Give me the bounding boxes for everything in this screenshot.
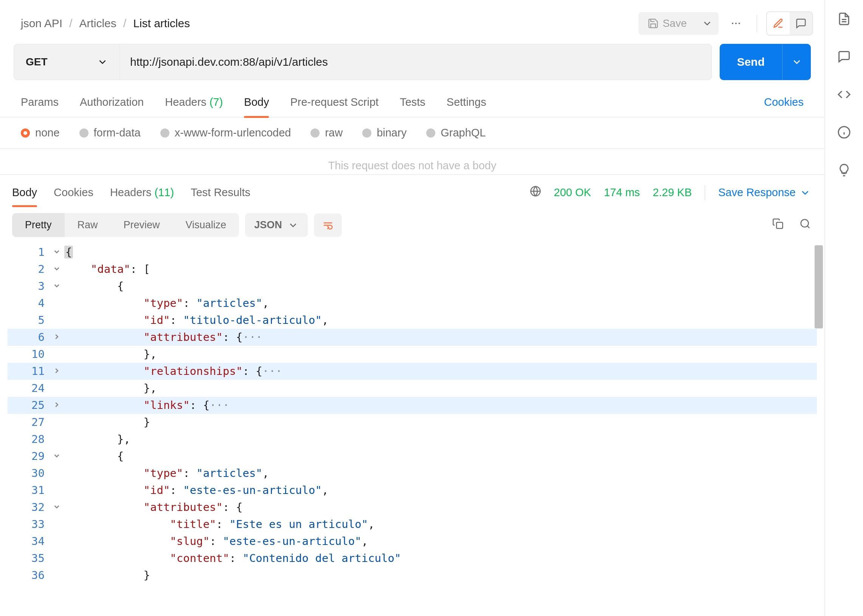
code-line[interactable]: 11 "relationships": {··· xyxy=(8,363,817,380)
url-input[interactable] xyxy=(120,55,711,68)
bodytype-urlencoded[interactable]: x-www-form-urlencoded xyxy=(161,127,291,139)
resp-tab-headers[interactable]: Headers (11) xyxy=(110,182,174,203)
tab-settings[interactable]: Settings xyxy=(447,90,486,117)
view-preview[interactable]: Preview xyxy=(111,213,173,237)
cookies-link[interactable]: Cookies xyxy=(764,90,804,117)
code-content: "attributes": { xyxy=(64,499,243,516)
comments-icon[interactable] xyxy=(836,49,852,64)
code-content: "type": "articles", xyxy=(64,465,269,482)
code-line[interactable]: 1{ xyxy=(8,244,817,261)
method-label: GET xyxy=(26,56,48,68)
tab-body[interactable]: Body xyxy=(244,90,269,117)
bodytype-raw[interactable]: raw xyxy=(310,127,343,139)
code-line[interactable]: 5 "id": "titulo-del-articulo", xyxy=(8,312,817,329)
documentation-icon[interactable] xyxy=(836,11,852,27)
bodytype-none[interactable]: none xyxy=(21,127,60,139)
line-number: 11 xyxy=(8,363,49,380)
code-line[interactable]: 32 "attributes": { xyxy=(8,499,817,516)
code-line[interactable]: 25 "links": {··· xyxy=(8,397,817,414)
view-visualize[interactable]: Visualize xyxy=(173,213,239,237)
scrollbar-thumb[interactable] xyxy=(814,245,823,328)
comment-button[interactable] xyxy=(790,12,812,35)
fold-toggle[interactable] xyxy=(49,278,64,295)
tab-params[interactable]: Params xyxy=(21,90,58,117)
svg-point-0 xyxy=(732,23,733,24)
fold-toggle[interactable] xyxy=(49,363,64,380)
code-line[interactable]: 29 { xyxy=(8,448,817,465)
tab-tests[interactable]: Tests xyxy=(400,90,425,117)
code-content: }, xyxy=(64,380,157,397)
code-line[interactable]: 30 "type": "articles", xyxy=(8,465,817,482)
line-number: 35 xyxy=(8,550,49,567)
edit-button[interactable] xyxy=(767,12,790,35)
code-line[interactable]: 2 "data": [ xyxy=(8,261,817,278)
line-number: 27 xyxy=(8,414,49,431)
code-line[interactable]: 35 "content": "Contenido del articulo" xyxy=(8,550,817,567)
code-line[interactable]: 31 "id": "este-es-un-articulo", xyxy=(8,482,817,499)
code-content: "title": "Este es un articulo", xyxy=(64,516,375,533)
network-icon[interactable] xyxy=(530,185,541,200)
response-time: 174 ms xyxy=(604,186,640,199)
bodytype-formdata[interactable]: form-data xyxy=(79,127,141,139)
header-bar: json API / Articles / List articles Save xyxy=(0,0,824,44)
code-content: "links": {··· xyxy=(64,397,230,414)
resp-tab-headers-count: (11) xyxy=(155,186,174,198)
code-line[interactable]: 10 }, xyxy=(8,346,817,363)
code-line[interactable]: 28 }, xyxy=(8,431,817,448)
fold-toggle[interactable] xyxy=(49,261,64,278)
send-button[interactable]: Send xyxy=(720,44,811,80)
line-wrap-button[interactable] xyxy=(314,214,342,237)
search-button[interactable] xyxy=(800,218,811,232)
bodytype-binary[interactable]: binary xyxy=(362,127,406,139)
code-content: "id": "este-es-un-articulo", xyxy=(64,482,328,499)
line-number: 31 xyxy=(8,482,49,499)
resp-tab-cookies[interactable]: Cookies xyxy=(54,182,93,203)
fold-toggle[interactable] xyxy=(49,448,64,465)
line-number: 2 xyxy=(8,261,49,278)
code-content: } xyxy=(64,567,150,584)
save-options-button[interactable] xyxy=(696,12,718,35)
resp-tab-body[interactable]: Body xyxy=(12,182,37,203)
code-line[interactable]: 24 }, xyxy=(8,380,817,397)
format-select[interactable]: JSON xyxy=(245,213,308,237)
fold-toggle[interactable] xyxy=(49,244,64,261)
tab-prerequest[interactable]: Pre-request Script xyxy=(290,90,378,117)
tab-authorization[interactable]: Authorization xyxy=(80,90,144,117)
tab-headers[interactable]: Headers (7) xyxy=(165,90,223,117)
more-options-button[interactable] xyxy=(724,12,747,35)
code-icon[interactable] xyxy=(836,87,852,102)
bulb-icon[interactable] xyxy=(836,162,852,178)
code-line[interactable]: 4 "type": "articles", xyxy=(8,295,817,312)
resp-tab-testresults[interactable]: Test Results xyxy=(191,182,250,203)
save-button[interactable]: Save xyxy=(638,12,696,35)
view-raw[interactable]: Raw xyxy=(65,213,111,237)
breadcrumb-root[interactable]: json API xyxy=(21,17,62,30)
code-line[interactable]: 36 } xyxy=(8,567,817,584)
view-pretty[interactable]: Pretty xyxy=(12,213,65,237)
chevron-down-icon xyxy=(791,56,803,68)
fold-toggle[interactable] xyxy=(49,499,64,516)
line-number: 28 xyxy=(8,431,49,448)
code-line[interactable]: 3 { xyxy=(8,278,817,295)
svg-line-8 xyxy=(808,226,809,228)
code-line[interactable]: 27 } xyxy=(8,414,817,431)
line-number: 34 xyxy=(8,533,49,550)
save-response-button[interactable]: Save Response xyxy=(718,186,811,199)
response-size: 2.29 KB xyxy=(653,186,692,199)
bodytype-graphql[interactable]: GraphQL xyxy=(426,127,485,139)
code-line[interactable]: 33 "title": "Este es un articulo", xyxy=(8,516,817,533)
line-number: 4 xyxy=(8,295,49,312)
fold-toggle[interactable] xyxy=(49,397,64,414)
dots-icon xyxy=(730,18,742,29)
response-body-code[interactable]: 1{2 "data": [3 {4 "type": "articles",5 "… xyxy=(8,244,817,584)
radio-dot xyxy=(310,129,320,138)
info-icon[interactable] xyxy=(836,125,852,140)
method-select[interactable]: GET xyxy=(14,45,120,79)
fold-toggle[interactable] xyxy=(49,329,64,346)
code-line[interactable]: 34 "slug": "este-es-un-articulo", xyxy=(8,533,817,550)
send-options[interactable] xyxy=(782,44,811,80)
code-line[interactable]: 6 "attributes": {··· xyxy=(8,329,817,346)
copy-button[interactable] xyxy=(772,218,784,232)
breadcrumb-folder[interactable]: Articles xyxy=(79,17,116,30)
context-rail xyxy=(825,0,863,616)
